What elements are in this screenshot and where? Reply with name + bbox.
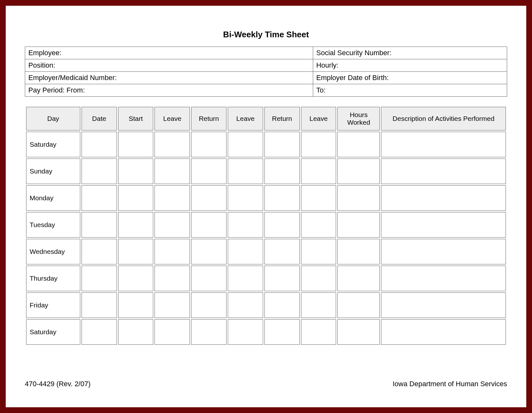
- empty-cell: [228, 212, 263, 238]
- footer-form-id: 470-4429 (Rev. 2/07): [25, 380, 90, 388]
- empty-cell: [301, 185, 336, 211]
- table-row: Thursday: [26, 266, 506, 291]
- empty-cell: [264, 159, 300, 184]
- empty-cell: [264, 185, 300, 211]
- footer-agency: Iowa Department of Human Services: [393, 380, 507, 388]
- empty-cell: [228, 292, 263, 318]
- empty-cell: [155, 239, 190, 264]
- empty-cell: [264, 212, 300, 238]
- col-day: Day: [26, 107, 80, 130]
- empty-cell: [191, 239, 226, 264]
- empty-cell: [155, 292, 190, 318]
- empty-cell: [191, 159, 226, 184]
- empty-cell: [381, 319, 506, 345]
- col-leave3: Leave: [301, 107, 336, 130]
- col-leave2: Leave: [228, 107, 263, 130]
- info-medicaid: Employer/Medicaid Number:: [25, 72, 313, 84]
- col-date: Date: [82, 107, 117, 130]
- empty-cell: [301, 212, 336, 238]
- empty-cell: [82, 239, 117, 264]
- info-table: Employee: Social Security Number: Positi…: [25, 47, 507, 97]
- empty-cell: [264, 132, 300, 157]
- empty-cell: [82, 212, 117, 238]
- col-hours: Hours Worked: [337, 107, 380, 130]
- empty-cell: [155, 319, 190, 345]
- day-cell: Friday: [26, 292, 80, 318]
- empty-cell: [228, 185, 263, 211]
- empty-cell: [381, 292, 506, 318]
- empty-cell: [155, 212, 190, 238]
- empty-cell: [381, 266, 506, 291]
- empty-cell: [337, 132, 380, 157]
- col-start: Start: [118, 107, 154, 130]
- info-pay-to: To:: [313, 84, 507, 97]
- empty-cell: [82, 132, 117, 157]
- info-ssn: Social Security Number:: [313, 47, 507, 59]
- col-return1: Return: [191, 107, 226, 130]
- empty-cell: [155, 132, 190, 157]
- document-footer: 470-4429 (Rev. 2/07) Iowa Department of …: [25, 380, 507, 388]
- empty-cell: [191, 266, 226, 291]
- empty-cell: [264, 239, 300, 264]
- empty-cell: [118, 319, 154, 345]
- document-title: Bi-Weekly Time Sheet: [25, 30, 507, 40]
- empty-cell: [381, 185, 506, 211]
- empty-cell: [191, 185, 226, 211]
- empty-cell: [301, 292, 336, 318]
- timesheet-header-row: Day Date Start Leave Return Leave Return…: [26, 107, 506, 130]
- day-cell: Saturday: [26, 132, 80, 157]
- empty-cell: [337, 212, 380, 238]
- empty-cell: [82, 319, 117, 345]
- empty-cell: [228, 132, 263, 157]
- empty-cell: [118, 212, 154, 238]
- table-row: Sunday: [26, 159, 506, 184]
- table-row: Friday: [26, 292, 506, 318]
- empty-cell: [118, 159, 154, 184]
- info-hourly: Hourly:: [313, 59, 507, 72]
- col-leave1: Leave: [155, 107, 190, 130]
- table-row: Monday: [26, 185, 506, 211]
- empty-cell: [118, 266, 154, 291]
- empty-cell: [118, 132, 154, 157]
- timesheet-table: Day Date Start Leave Return Leave Return…: [25, 106, 507, 346]
- document-content: Bi-Weekly Time Sheet Employee: Social Se…: [6, 6, 526, 346]
- empty-cell: [301, 132, 336, 157]
- col-return2: Return: [264, 107, 300, 130]
- empty-cell: [301, 319, 336, 345]
- empty-cell: [155, 266, 190, 291]
- empty-cell: [228, 319, 263, 345]
- empty-cell: [191, 319, 226, 345]
- day-cell: Thursday: [26, 266, 80, 291]
- day-cell: Sunday: [26, 159, 80, 184]
- empty-cell: [301, 239, 336, 264]
- empty-cell: [228, 159, 263, 184]
- empty-cell: [381, 212, 506, 238]
- empty-cell: [264, 292, 300, 318]
- empty-cell: [228, 239, 263, 264]
- info-employee: Employee:: [25, 47, 313, 59]
- empty-cell: [82, 185, 117, 211]
- empty-cell: [191, 132, 226, 157]
- empty-cell: [337, 292, 380, 318]
- empty-cell: [191, 212, 226, 238]
- col-desc: Description of Activities Performed: [381, 107, 506, 130]
- empty-cell: [82, 159, 117, 184]
- day-cell: Saturday: [26, 319, 80, 345]
- info-position: Position:: [25, 59, 313, 72]
- empty-cell: [337, 185, 380, 211]
- table-row: Tuesday: [26, 212, 506, 238]
- table-row: Wednesday: [26, 239, 506, 264]
- document-frame: Bi-Weekly Time Sheet Employee: Social Se…: [0, 0, 532, 413]
- day-cell: Tuesday: [26, 212, 80, 238]
- empty-cell: [118, 239, 154, 264]
- empty-cell: [337, 319, 380, 345]
- empty-cell: [228, 266, 263, 291]
- info-dob: Employer Date of Birth:: [313, 72, 507, 84]
- empty-cell: [82, 266, 117, 291]
- empty-cell: [381, 159, 506, 184]
- empty-cell: [82, 292, 117, 318]
- empty-cell: [301, 266, 336, 291]
- empty-cell: [264, 319, 300, 345]
- empty-cell: [118, 185, 154, 211]
- empty-cell: [381, 239, 506, 264]
